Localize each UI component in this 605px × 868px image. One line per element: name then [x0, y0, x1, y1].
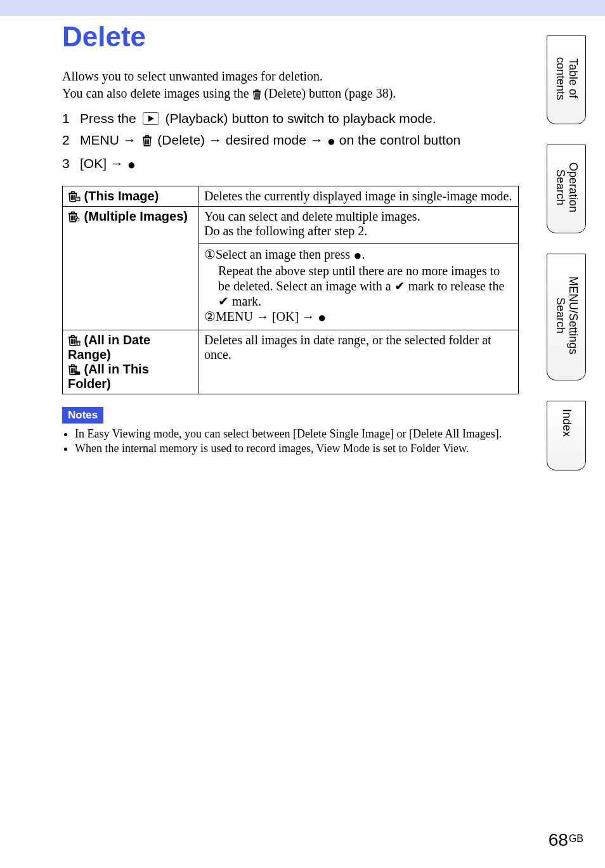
mode-all-date-text: (All in Date Range) [68, 333, 150, 361]
intro-line-2: You can also delete images using the (De… [62, 85, 519, 102]
mode-all-folder: (All in This Folder) [68, 362, 193, 391]
trash-icon [68, 335, 81, 346]
intro-line-2a: You can also delete images using the [62, 86, 252, 100]
step-3-text-a: [OK] [80, 156, 110, 171]
side-tabs: Table of contents Operation Search MENU/… [547, 36, 587, 491]
tab-table-of-contents[interactable]: Table of contents [547, 36, 586, 124]
notes-list: In Easy Viewing mode, you can select bet… [62, 427, 519, 455]
step-1-text-a: Press the [80, 111, 140, 126]
mode-all-desc: Deletes all images in date range, or the… [199, 330, 519, 394]
mode-multiple-substeps: ①Select an image then press ●. Repeat th… [199, 243, 518, 330]
check-mark-icon: ✔ [218, 294, 229, 308]
trash-icon [68, 211, 81, 223]
mode-this-image-label: (This Image) [63, 186, 199, 207]
svg-rect-2 [76, 218, 79, 221]
step-3: 3 [OK] → ● [62, 156, 519, 173]
trash-icon [68, 191, 81, 202]
right-arrow-icon: → [209, 133, 222, 147]
page-number: 68GB [549, 830, 583, 850]
tab-index[interactable]: Index [547, 401, 586, 470]
right-arrow-icon: → [310, 133, 323, 147]
trash-icon [252, 89, 261, 100]
center-button-icon: ● [318, 309, 326, 325]
svg-rect-3 [75, 341, 80, 346]
table-row: (This Image) Deletes the currently displ… [63, 186, 519, 207]
right-arrow-icon: → [256, 309, 269, 323]
step-2-text-d: on the control button [339, 133, 460, 147]
step-2-number: 2 [62, 133, 74, 148]
page-header-bar [0, 0, 605, 16]
trash-icon [68, 364, 81, 375]
center-button-icon: ● [327, 133, 335, 149]
page-title: Delete [62, 21, 519, 53]
step-1-number: 1 [62, 111, 74, 126]
right-arrow-icon: → [302, 309, 315, 323]
intro-line-2b: (Delete) button (page 38). [264, 86, 396, 100]
substep-1e: mark. [229, 294, 261, 308]
page-region: GB [569, 833, 583, 844]
mode-all-folder-text: (All in This Folder) [68, 362, 149, 391]
step-1: 1 Press the (Playback) button to switch … [62, 111, 519, 126]
step-3-number: 3 [62, 156, 74, 171]
substep-1d: mark to release the [405, 279, 505, 293]
mode-multiple-text: (Multiple Images) [84, 209, 188, 223]
substep-1a: Select an image then press [216, 247, 353, 261]
main-content: Delete Allows you to select unwanted ima… [62, 21, 519, 457]
mode-multiple-label: (Multiple Images) [63, 207, 199, 330]
substep-1: ①Select an image then press ●. Repeat th… [204, 247, 513, 309]
mode-multiple-desc: You can select and delete multiple image… [199, 207, 519, 330]
circled-1-icon: ① [204, 247, 216, 262]
right-arrow-icon: → [110, 156, 124, 171]
substep-2: ②MENU → [OK] → ● [204, 309, 513, 326]
center-button-icon: ● [353, 247, 361, 263]
center-button-icon: ● [127, 157, 136, 172]
mode-all-date-range: (All in Date Range) [68, 333, 193, 362]
step-2-text-a: MENU [80, 133, 123, 147]
page: Delete Allows you to select unwanted ima… [0, 0, 605, 868]
substep-1-cont: Repeat the above step until there are no… [204, 264, 513, 309]
substep-2b: [OK] [269, 309, 302, 323]
step-list: 1 Press the (Playback) button to switch … [62, 111, 519, 173]
step-2-text-b: (Delete) [157, 133, 209, 147]
table-row: (Multiple Images) You can select and del… [63, 207, 519, 330]
page-number-value: 68 [549, 830, 568, 850]
substep-1b: . [361, 247, 365, 261]
mode-multiple-desc-top: You can select and delete multiple image… [199, 207, 518, 241]
tab-label: Index [559, 401, 574, 447]
circled-2-icon: ② [204, 309, 216, 324]
intro-line-1: Allows you to select unwanted images for… [62, 68, 519, 85]
intro-text: Allows you to select unwanted images for… [62, 68, 519, 102]
tab-menu-settings-search[interactable]: MENU/Settings Search [547, 254, 586, 380]
trash-icon [142, 135, 152, 146]
right-arrow-icon: → [123, 133, 136, 147]
tab-label: MENU/Settings Search [552, 254, 580, 380]
mode-multiple-desc-b: Do as the following after step 2. [204, 224, 513, 238]
mode-multiple-desc-a: You can select and delete multiple image… [204, 209, 513, 224]
tab-label: Operation Search [552, 145, 580, 233]
mode-all-label: (All in Date Range) (All in This Folder) [63, 330, 199, 394]
tab-label: Table of contents [552, 36, 580, 124]
step-1-body: Press the (Playback) button to switch to… [80, 111, 519, 126]
note-item: When the internal memory is used to reco… [75, 442, 519, 455]
table-row: (All in Date Range) (All in This Folder)… [63, 330, 519, 394]
step-2-text-c: desired mode [226, 133, 310, 147]
mode-this-image-text: (This Image) [84, 189, 159, 203]
tab-operation-search[interactable]: Operation Search [547, 145, 586, 233]
step-2: 2 MENU → (Delete) → desired mode → ● on … [62, 133, 519, 150]
playback-icon [143, 112, 159, 125]
delete-modes-table: (This Image) Deletes the currently displ… [62, 186, 519, 394]
substep-2a: MENU [216, 309, 256, 323]
check-mark-icon: ✔ [394, 279, 405, 293]
note-item: In Easy Viewing mode, you can select bet… [75, 427, 519, 441]
step-3-body: [OK] → ● [80, 156, 519, 173]
step-1-text-b: (Playback) button to switch to playback … [165, 111, 436, 126]
step-2-body: MENU → (Delete) → desired mode → ● on th… [80, 133, 519, 150]
mode-this-image-desc: Deletes the currently displayed image in… [199, 186, 519, 207]
notes-heading: Notes [62, 407, 103, 424]
